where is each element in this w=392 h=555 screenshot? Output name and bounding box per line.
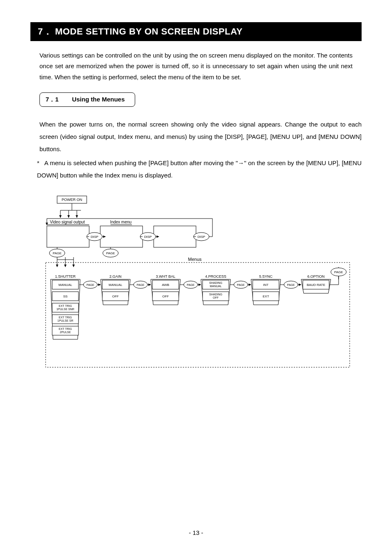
subsection-title: Using the Menues: [72, 96, 125, 103]
svg-text:PAGE: PAGE: [187, 283, 195, 286]
svg-text:2PULSE: 2PULSE: [60, 331, 71, 334]
svg-rect-9: [100, 226, 143, 247]
menu-item-label: MANUAL: [108, 283, 122, 287]
menu-col-title: 6.OPTION: [307, 274, 325, 279]
menu-col-title: 1.SHUTTER: [55, 274, 76, 279]
menu-item-label: INT: [263, 283, 269, 287]
menu-item-label: OFF: [162, 295, 169, 298]
menu-item-label: BAUD RATE: [307, 283, 325, 287]
svg-text:OFF: OFF: [213, 296, 219, 299]
svg-text:DISP: DISP: [144, 235, 152, 239]
menu-item-label: OFF: [112, 295, 119, 298]
menu-col-title: 3.WHT BAL: [156, 274, 175, 279]
svg-rect-32: [46, 263, 350, 367]
svg-rect-10: [154, 226, 196, 247]
svg-text:SHADING: SHADING: [209, 293, 222, 296]
menu-col-title: 5.SYNC: [259, 274, 273, 279]
svg-text:PAGE: PAGE: [334, 270, 343, 274]
svg-text:DISP: DISP: [91, 235, 99, 239]
menu-item-label: MANUAL: [58, 283, 72, 287]
svg-text:MANUAL: MANUAL: [210, 285, 221, 288]
svg-text:DISP: DISP: [198, 235, 205, 239]
power-on-label: POWER ON: [62, 198, 82, 202]
menu-item-label: EXT: [263, 295, 269, 298]
page-number: - 13 -: [0, 529, 392, 536]
svg-text:SHADING: SHADING: [209, 281, 222, 284]
svg-text:PAGE: PAGE: [87, 283, 95, 286]
body-paragraph: When the power turns on, the normal scre…: [39, 118, 362, 155]
menu-item-label: SS: [63, 295, 68, 298]
svg-text:EXT TRIG: EXT TRIG: [59, 316, 72, 319]
flow-diagram: POWER ON Video signal output Index menu …: [32, 194, 362, 371]
page-button-top-1: PAGE: [49, 247, 65, 257]
svg-text:PAGE: PAGE: [137, 283, 145, 286]
svg-text:PAGE: PAGE: [53, 251, 62, 255]
menu-col-title: 4.PROCESS: [205, 274, 226, 279]
note-paragraph: * A menu is selected when pushing the [P…: [37, 157, 362, 182]
svg-text:1PULSE SR: 1PULSE SR: [58, 319, 74, 322]
svg-text:1PULSE SNR: 1PULSE SNR: [56, 308, 74, 311]
svg-text:PAGE: PAGE: [287, 283, 295, 286]
intro-paragraph: Various settings can be controlled on th…: [39, 50, 353, 83]
subsection-header: 7．1 Using the Menues: [39, 92, 135, 107]
svg-text:PAGE: PAGE: [106, 251, 115, 255]
section-title: MODE SETTING BY ON SCREEN DISPLAY: [55, 26, 243, 37]
note-text: A menu is selected when pushing the [PAG…: [37, 159, 362, 179]
menu-col-title: 2.GAIN: [109, 274, 122, 279]
asterisk: *: [37, 157, 43, 169]
menus-label: Menus: [188, 257, 202, 262]
subsection-number: 7．1: [46, 96, 70, 104]
disp-button-2: DISP: [140, 233, 159, 241]
menu-item-label: AWB: [162, 283, 169, 287]
svg-text:EXT TRIG: EXT TRIG: [59, 327, 72, 330]
video-signal-label: Video signal output: [50, 220, 85, 224]
section-number: 7．: [38, 26, 52, 37]
page-button-top-2: PAGE: [103, 247, 118, 257]
disp-button-1: DISP: [87, 233, 106, 241]
svg-text:PAGE: PAGE: [237, 283, 245, 286]
section-header: 7． MODE SETTING BY ON SCREEN DISPLAY: [30, 22, 362, 41]
svg-rect-7: [47, 226, 89, 247]
index-menu-label: Index menu: [110, 220, 131, 224]
svg-text:EXT TRIG: EXT TRIG: [59, 304, 72, 307]
